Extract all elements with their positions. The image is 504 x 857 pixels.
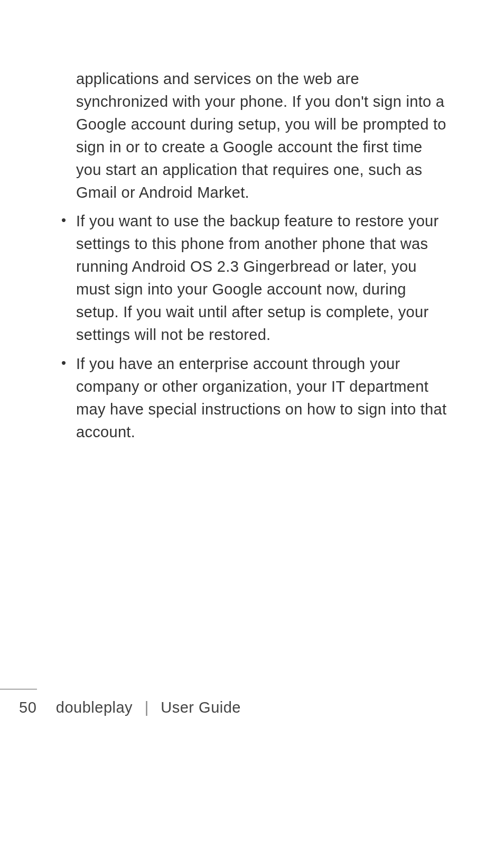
product-name: doubleplay	[56, 699, 133, 716]
list-item: If you want to use the backup feature to…	[57, 210, 447, 346]
page-footer: 50 doubleplay | User Guide	[0, 689, 504, 716]
guide-label: User Guide	[161, 699, 241, 716]
bullet-list: If you want to use the backup feature to…	[57, 210, 447, 443]
footer-divider	[0, 689, 37, 689]
footer-separator: |	[145, 699, 149, 716]
page-number: 50	[19, 699, 36, 716]
list-item: If you have an enterprise account throug…	[57, 353, 447, 444]
footer-text: 50 doubleplay | User Guide	[0, 699, 504, 716]
continuation-paragraph: applications and services on the web are…	[57, 68, 447, 204]
page-content: applications and services on the web are…	[0, 0, 504, 444]
